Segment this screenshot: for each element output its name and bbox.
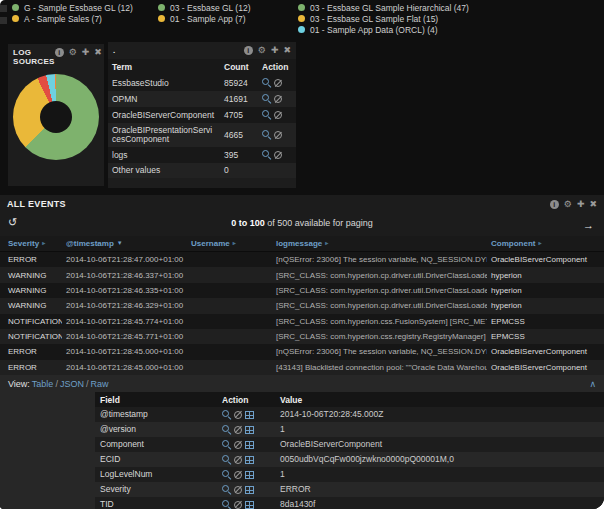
close-icon[interactable]: ✖ [589,200,597,209]
event-row[interactable]: WARNING 2014-10-06T21:28:46.337+01:00 [S… [0,267,604,282]
detail-field: Severity [95,482,217,497]
filter-exclude-icon[interactable] [274,95,282,103]
event-timestamp: 2014-10-06T21:28:45.000+01:00 [62,344,187,359]
legend-item[interactable]: 01 - Sample App (7) [158,13,250,24]
collapse-chevron-icon[interactable]: ∧ [589,379,596,389]
panel-icons: i ⚙ ✚ ✖ [244,46,291,55]
col-header-logmessage[interactable]: logmessage▸ [272,236,487,252]
next-page-icon[interactable]: → [583,219,594,231]
view-tab-table[interactable]: Table [32,379,54,389]
info-icon[interactable]: i [55,48,64,57]
toggle-column-icon[interactable] [245,441,254,449]
term-row[interactable]: OracleBIPresentationServicesComponent 46… [108,123,296,147]
close-icon[interactable]: ✖ [94,48,102,57]
legend-item[interactable]: 03 - Essbase GL Sample Flat (15) [298,13,469,24]
event-timestamp: 2014-10-06T21:28:46.335+01:00 [62,283,187,298]
term-row[interactable]: logs 395 [108,147,296,163]
filter-include-icon[interactable] [222,455,232,465]
filter-include-icon[interactable] [262,78,272,88]
filter-exclude-icon[interactable] [234,501,242,509]
info-icon[interactable]: i [244,46,253,55]
col-header-username[interactable]: Username▸ [187,236,272,252]
event-row[interactable]: WARNING 2014-10-06T21:28:46.335+01:00 [S… [0,283,604,298]
filter-include-icon[interactable] [222,485,232,495]
legend-item[interactable]: 03 - Essbase GL Sample Hierarchical (47) [298,2,469,13]
move-icon[interactable]: ✚ [577,200,585,209]
sort-icon: ▸ [325,240,328,246]
move-icon[interactable]: ✚ [271,46,279,55]
filter-exclude-icon[interactable] [274,131,282,139]
toggle-column-icon[interactable] [245,426,254,434]
close-icon[interactable]: ✖ [283,46,291,55]
event-username [187,298,272,313]
event-row[interactable]: NOTIFICATION 2014-10-06T21:28:45.774+01:… [0,314,604,329]
detail-row[interactable]: LogLevelNum 1 [95,467,604,482]
event-severity: NOTIFICATION [0,314,62,329]
filter-exclude-icon[interactable] [234,411,242,419]
sort-icon: ▸ [538,240,541,246]
filter-include-icon[interactable] [262,94,272,104]
detail-row[interactable]: @timestamp 2014-10-06T20:28:45.000Z [95,407,604,422]
event-row[interactable]: WARNING 2014-10-06T21:28:46.329+01:00 [S… [0,298,604,313]
filter-exclude-icon[interactable] [274,79,282,87]
detail-table: Field Action Value @timestamp 2014-10-06… [95,392,604,509]
filter-exclude-icon[interactable] [234,441,242,449]
term-row[interactable]: OracleBIServerComponent 4705 [108,107,296,123]
toggle-column-icon[interactable] [245,411,254,419]
filter-exclude-icon[interactable] [234,456,242,464]
filter-include-icon[interactable] [222,470,232,480]
gear-icon[interactable]: ⚙ [69,48,77,57]
toggle-column-icon[interactable] [245,456,254,464]
detail-row[interactable]: Component OracleBIServerComponent [95,437,604,452]
gear-icon[interactable]: ⚙ [258,46,266,55]
move-icon[interactable]: ✚ [82,48,90,57]
toggle-column-icon[interactable] [245,501,254,509]
terms-col-term: Term [108,59,220,75]
filter-exclude-icon[interactable] [234,486,242,494]
legend-item[interactable]: A - Sample Sales (7) [12,13,133,24]
term-row[interactable]: Other values 0 [108,163,296,178]
filter-include-icon[interactable] [262,130,272,140]
col-header-severity[interactable]: Severity▸ [0,236,62,252]
filter-exclude-icon[interactable] [274,111,282,119]
event-row[interactable]: ERROR 2014-10-06T21:28:45.000+01:00 [nQS… [0,344,604,359]
detail-row[interactable]: TID 8da1430f [95,497,604,509]
event-severity: ERROR [0,344,62,359]
paging-range: 0 to 100 [231,218,265,228]
filter-include-icon[interactable] [262,150,272,160]
event-row[interactable]: NOTIFICATION 2014-10-06T21:28:45.771+01:… [0,329,604,344]
filter-include-icon[interactable] [222,425,232,435]
filter-exclude-icon[interactable] [274,151,282,159]
term-name: EssbaseStudio [108,75,220,91]
sort-icon: ▸ [42,240,45,246]
filter-include-icon[interactable] [222,500,232,509]
detail-row[interactable]: ECID 0050udbVqCqFw000jzwkno0000pQ00001M,… [95,452,604,467]
toggle-column-icon[interactable] [245,486,254,494]
detail-row[interactable]: Severity ERROR [95,482,604,497]
event-row[interactable]: ERROR 2014-10-06T21:28:45.000+01:00 [431… [0,360,604,375]
filter-exclude-icon[interactable] [234,426,242,434]
legend-item[interactable]: G - Sample Essbase GL (12) [12,2,133,13]
gear-icon[interactable]: ⚙ [564,200,572,209]
legend-label: 03 - Essbase GL (12) [170,3,250,13]
filter-exclude-icon[interactable] [234,471,242,479]
detail-row[interactable]: @version 1 [95,422,604,437]
legend-item[interactable]: 01 - Sample App Data (ORCL) (4) [298,24,469,35]
toggle-column-icon[interactable] [245,471,254,479]
filter-include-icon[interactable] [222,440,232,450]
view-tab-raw[interactable]: Raw [90,379,108,389]
term-row[interactable]: EssbaseStudio 85924 [108,75,296,91]
legend-swatch [298,4,305,11]
term-row[interactable]: OPMN 41691 [108,91,296,107]
event-timestamp: 2014-10-06T21:28:45.774+01:00 [62,314,187,329]
view-tab-json[interactable]: JSON [60,379,84,389]
info-icon[interactable]: i [550,200,559,209]
filter-include-icon[interactable] [262,110,272,120]
filter-include-icon[interactable] [222,410,232,420]
log-sources-donut[interactable] [13,74,99,160]
event-row[interactable]: ERROR 2014-10-06T21:28:47.000+01:00 [nQS… [0,252,604,268]
col-header-component[interactable]: Component▸ [487,236,604,252]
col-header-timestamp[interactable]: @timestamp▼ [62,236,187,252]
legend-swatch [298,15,305,22]
legend-item[interactable]: 03 - Essbase GL (12) [158,2,250,13]
